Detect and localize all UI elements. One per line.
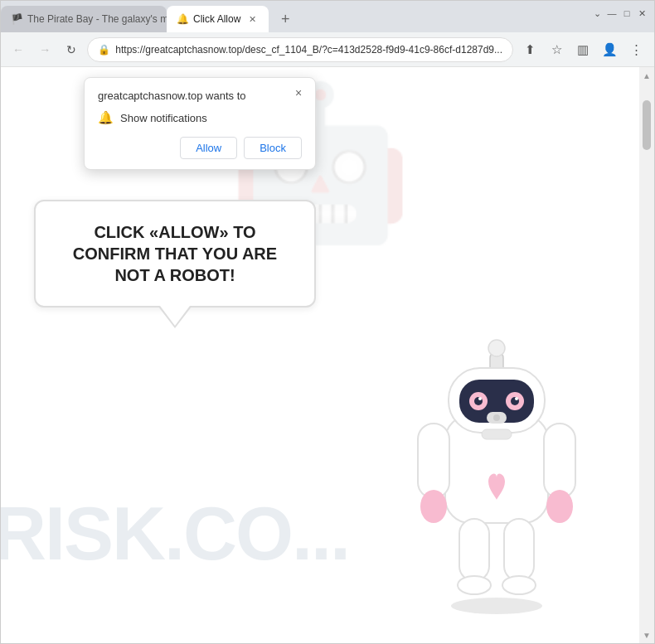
popup-permission: 🔔 Show notifications (98, 110, 302, 125)
chevron-down-icon[interactable]: ⌄ (591, 7, 603, 19)
svg-point-13 (493, 414, 500, 421)
address-bar-row: ← → ↻ 🔒 https://greatcaptchasnow.top/des… (1, 32, 654, 67)
scrollbar[interactable]: ▲ ▼ (639, 67, 654, 643)
allow-button[interactable]: Allow (180, 137, 237, 159)
address-bar[interactable]: 🔒 https://greatcaptchasnow.top/desc_cf_1… (87, 37, 513, 62)
svg-point-20 (458, 576, 491, 594)
bookmark-button[interactable]: ☆ (545, 38, 568, 61)
popup-title: greatcaptchasnow.top wants to (98, 90, 302, 102)
svg-rect-19 (459, 519, 489, 581)
reload-button[interactable]: ↻ (61, 38, 82, 61)
speech-bubble: CLICK «ALLOW» TO CONFIRM THAT YOU ARE NO… (34, 200, 316, 307)
robot-illustration (389, 337, 604, 618)
forward-button[interactable]: → (34, 38, 56, 61)
tab-favicon-clickallow: 🔔 (177, 13, 188, 25)
svg-rect-17 (544, 424, 575, 498)
scrollbar-thumb[interactable] (643, 100, 651, 150)
svg-rect-15 (418, 424, 449, 498)
tab-bar: ⌄ — □ ✕ 🏴 The Pirate Bay - The galaxy's … (1, 1, 654, 32)
svg-point-22 (502, 576, 536, 594)
window-controls: ⌄ — □ ✕ (591, 7, 648, 19)
share-button[interactable]: ⬆ (518, 38, 541, 61)
svg-point-0 (451, 598, 542, 614)
block-button[interactable]: Block (244, 137, 302, 159)
permission-text: Show notifications (120, 112, 207, 124)
maximize-button[interactable]: □ (621, 7, 633, 19)
address-text: https://greatcaptchasnow.top/desc_cf_110… (115, 44, 502, 56)
notification-popup: greatcaptchasnow.top wants to × 🔔 Show n… (84, 77, 316, 170)
tab-favicon-piratebay: 🏴 (11, 13, 22, 25)
sidebar-icon: ▥ (577, 42, 589, 57)
scrollbar-up-arrow[interactable]: ▲ (643, 69, 651, 82)
watermark-text: RISK.CO... (1, 491, 349, 577)
bookmark-icon: ☆ (551, 42, 562, 57)
forward-icon: → (39, 43, 51, 56)
scrollbar-down-arrow[interactable]: ▼ (643, 628, 651, 642)
close-button[interactable]: ✕ (636, 7, 648, 19)
menu-icon: ⋮ (630, 42, 643, 57)
tab-label-piratebay: The Pirate Bay - The galaxy's mo... (27, 13, 167, 25)
svg-rect-14 (482, 429, 512, 439)
tab-close-clickallow[interactable]: ✕ (245, 12, 259, 26)
toolbar-icons: ⬆ ☆ ▥ 👤 ⋮ (518, 38, 648, 61)
svg-rect-21 (504, 519, 534, 581)
robot-svg (389, 337, 604, 618)
close-icon: × (295, 86, 302, 99)
popup-buttons: Allow Block (98, 137, 302, 159)
lock-icon: 🔒 (98, 44, 110, 56)
back-icon: ← (12, 43, 24, 56)
content-area: 🤖 RISK.CO... greatcaptchasnow.top wants … (1, 67, 654, 643)
svg-point-11 (515, 397, 518, 400)
svg-point-10 (478, 397, 482, 400)
svg-point-2 (488, 340, 505, 356)
browser-window: ⌄ — □ ✕ 🏴 The Pirate Bay - The galaxy's … (0, 0, 655, 644)
new-tab-button[interactable]: + (272, 6, 298, 32)
speech-bubble-text: CLICK «ALLOW» TO CONFIRM THAT YOU ARE NO… (61, 221, 289, 286)
share-icon: ⬆ (525, 42, 536, 57)
bell-icon: 🔔 (98, 110, 114, 125)
profile-icon: 👤 (602, 42, 618, 57)
reload-icon: ↻ (66, 43, 76, 56)
svg-point-16 (420, 490, 447, 523)
minimize-button[interactable]: — (606, 7, 618, 19)
tab-piratebay[interactable]: 🏴 The Pirate Bay - The galaxy's mo... ✕ (1, 6, 167, 32)
popup-close-button[interactable]: × (290, 85, 307, 101)
svg-point-18 (546, 490, 573, 523)
menu-button[interactable]: ⋮ (624, 38, 648, 61)
profile-button[interactable]: 👤 (598, 38, 621, 61)
sidebar-button[interactable]: ▥ (571, 38, 594, 61)
back-button[interactable]: ← (7, 38, 29, 61)
tab-label-clickallow: Click Allow (193, 13, 240, 25)
tab-clickallow[interactable]: 🔔 Click Allow ✕ (167, 6, 269, 32)
